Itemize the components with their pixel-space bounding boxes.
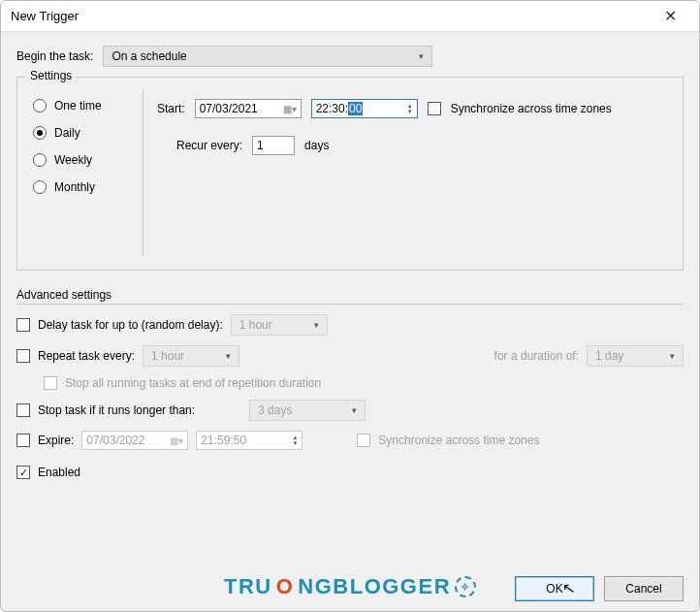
stop-all-label: Stop all running tasks at end of repetit… — [65, 376, 321, 390]
ok-button[interactable]: OK — [515, 576, 594, 601]
start-row: Start: 07/03/2021 ▦▾ 22:30:00 ▲▼ Synchro… — [157, 99, 665, 118]
duration-value: 1 day — [595, 349, 623, 363]
stop-if-value: 3 days — [258, 403, 292, 417]
recur-unit: days — [304, 139, 329, 152]
delay-row: Delay task for up to (random delay): 1 h… — [16, 314, 684, 336]
calendar-icon: ▦▾ — [283, 104, 297, 114]
ok-label: OK — [546, 582, 562, 596]
dialog-content: Begin the task: On a schedule ▾ Settings… — [1, 32, 699, 499]
stop-if-label: Stop task if it runs longer than: — [38, 403, 195, 417]
close-icon: ✕ — [664, 7, 677, 25]
settings-legend: Settings — [25, 69, 77, 82]
start-date-picker[interactable]: 07/03/2021 ▦▾ — [195, 99, 302, 118]
radio-label: Daily — [54, 126, 80, 140]
repeat-value: 1 hour — [151, 349, 184, 363]
radio-label: One time — [54, 99, 102, 113]
titlebar: New Trigger ✕ — [1, 1, 699, 32]
close-button[interactable]: ✕ — [651, 2, 689, 31]
radio-icon — [33, 126, 47, 140]
stop-all-checkbox — [44, 376, 57, 390]
recur-row: Recur every: 1 days — [157, 136, 665, 155]
chevron-down-icon: ▾ — [314, 320, 319, 330]
expire-date-picker[interactable]: 07/03/2022 ▦▾ — [81, 431, 188, 450]
start-date-value: 07/03/2021 — [200, 102, 258, 115]
stop-if-combo[interactable]: 3 days ▾ — [249, 400, 366, 421]
begin-task-label: Begin the task: — [16, 49, 93, 63]
sync-timezone-checkbox[interactable] — [428, 102, 441, 115]
expire-label: Expire: — [38, 434, 74, 447]
schedule-radio-group: One time Daily Weekly Monthly — [27, 89, 143, 256]
spinner-icon[interactable]: ▲▼ — [407, 103, 413, 114]
expire-time-picker[interactable]: 21:59:50 ▲▼ — [196, 431, 302, 450]
begin-task-combo[interactable]: On a schedule ▾ — [103, 46, 432, 67]
start-time-picker[interactable]: 22:30:00 ▲▼ — [311, 99, 418, 118]
delay-checkbox[interactable] — [16, 318, 30, 332]
sync-timezone-label: Synchronize across time zones — [451, 102, 612, 115]
delay-combo[interactable]: 1 hour ▾ — [231, 314, 328, 336]
repeat-row: Repeat task every: 1 hour ▾ for a durati… — [16, 345, 684, 367]
expire-row: Expire: 07/03/2022 ▦▾ 21:59:50 ▲▼ Synchr… — [16, 431, 684, 450]
expire-time-value: 21:59:50 — [201, 434, 246, 447]
enabled-label: Enabled — [38, 466, 80, 479]
cancel-button[interactable]: Cancel — [604, 576, 684, 601]
begin-task-row: Begin the task: On a schedule ▾ — [16, 46, 684, 67]
repeat-label: Repeat task every: — [38, 349, 135, 363]
chevron-down-icon: ▾ — [670, 351, 675, 361]
recur-label: Recur every: — [176, 139, 242, 152]
window-title: New Trigger — [11, 9, 79, 23]
radio-label: Monthly — [54, 180, 95, 194]
chevron-down-icon: ▾ — [419, 51, 424, 61]
radio-one-time[interactable]: One time — [33, 99, 139, 113]
start-time-value: 22:30:00 — [316, 102, 364, 115]
schedule-panel: Start: 07/03/2021 ▦▾ 22:30:00 ▲▼ Synchro… — [143, 89, 673, 256]
spinner-icon[interactable]: ▲▼ — [292, 435, 298, 446]
stop-all-row: Stop all running tasks at end of repetit… — [44, 376, 684, 390]
repeat-checkbox[interactable] — [16, 349, 30, 363]
stop-if-row: Stop task if it runs longer than: 3 days… — [16, 400, 684, 421]
stop-if-checkbox[interactable] — [16, 403, 30, 417]
new-trigger-dialog: New Trigger ✕ Begin the task: On a sched… — [0, 0, 700, 612]
advanced-settings-legend: Advanced settings — [16, 288, 684, 305]
recur-days-input[interactable]: 1 — [252, 136, 295, 155]
chevron-down-icon: ▾ — [352, 405, 357, 415]
chevron-down-icon: ▾ — [226, 351, 231, 361]
duration-combo[interactable]: 1 day ▾ — [587, 345, 684, 367]
delay-value: 1 hour — [239, 318, 272, 332]
start-label: Start: — [157, 102, 185, 115]
calendar-icon: ▦▾ — [170, 435, 183, 446]
radio-weekly[interactable]: Weekly — [33, 153, 139, 167]
repeat-combo[interactable]: 1 hour ▾ — [143, 345, 239, 367]
expire-sync-label: Synchronize across time zones — [378, 434, 539, 447]
dialog-footer: OK Cancel ↖ — [16, 576, 684, 601]
enabled-checkbox[interactable] — [16, 466, 30, 479]
expire-checkbox[interactable] — [16, 434, 30, 447]
radio-icon — [33, 153, 47, 167]
radio-label: Weekly — [54, 153, 92, 167]
delay-label: Delay task for up to (random delay): — [38, 318, 223, 332]
begin-task-value: On a schedule — [111, 49, 186, 63]
duration-label: for a duration of: — [494, 349, 579, 363]
expire-sync-checkbox — [357, 434, 370, 447]
settings-group: Settings One time Daily Weekly — [16, 77, 684, 271]
enabled-row: Enabled — [16, 466, 684, 479]
radio-icon — [33, 99, 47, 113]
expire-date-value: 07/03/2022 — [86, 434, 144, 447]
cancel-label: Cancel — [625, 582, 661, 596]
radio-icon — [33, 180, 47, 194]
recur-value: 1 — [257, 139, 264, 152]
radio-daily[interactable]: Daily — [33, 126, 139, 140]
radio-monthly[interactable]: Monthly — [33, 180, 139, 194]
settings-body: One time Daily Weekly Monthly — [27, 89, 673, 256]
